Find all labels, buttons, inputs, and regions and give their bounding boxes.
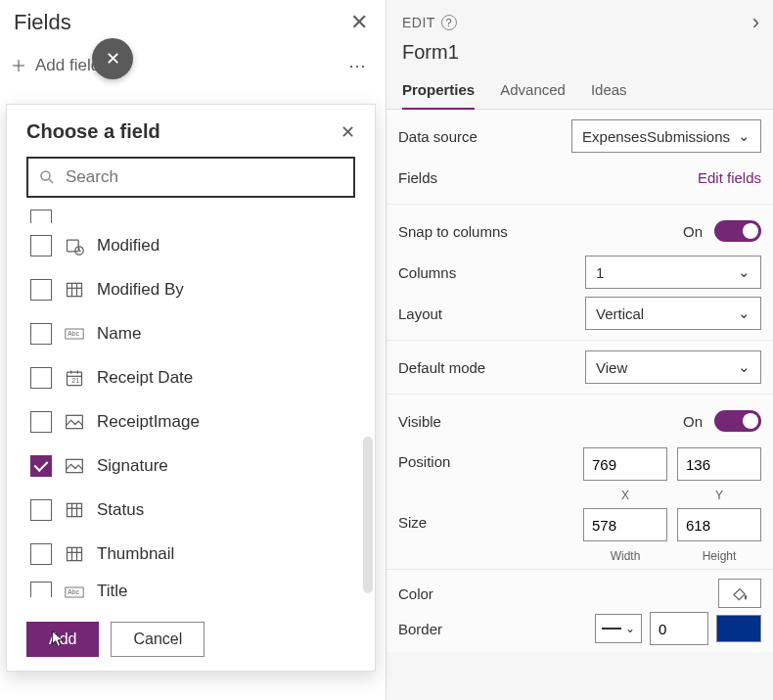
fields-label: Fields xyxy=(398,169,437,186)
field-checkbox[interactable] xyxy=(30,323,52,345)
field-label: Receipt Date xyxy=(97,368,193,388)
layout-label: Layout xyxy=(398,305,442,322)
default-mode-value: View xyxy=(596,359,627,376)
list-item[interactable]: Abc Name xyxy=(19,311,369,355)
search-icon xyxy=(38,168,56,186)
field-label: Title xyxy=(97,582,128,601)
chevron-down-icon: ⌄ xyxy=(738,127,750,145)
data-source-select[interactable]: ExpensesSubmissions ⌄ xyxy=(571,119,761,153)
list-item[interactable]: Modified xyxy=(19,223,369,267)
color-label: Color xyxy=(398,585,433,602)
list-item[interactable]: Abc Title xyxy=(19,576,369,605)
position-y-input[interactable] xyxy=(677,447,761,481)
y-sublabel: Y xyxy=(677,489,761,502)
list-item[interactable]: 21 Receipt Date xyxy=(19,355,369,399)
edit-label: EDIT ? xyxy=(402,15,457,30)
default-mode-label: Default mode xyxy=(398,359,485,376)
popup-close-icon[interactable]: ✕ xyxy=(341,121,355,143)
height-sublabel: Height xyxy=(677,549,761,563)
field-checkbox[interactable] xyxy=(30,543,52,565)
list-item[interactable]: Status xyxy=(19,488,369,532)
visible-label: Visible xyxy=(398,413,441,430)
position-label: Position xyxy=(398,447,450,470)
chevron-down-icon: ⌄ xyxy=(738,304,750,322)
svg-text:Abc: Abc xyxy=(68,330,79,337)
field-checkbox[interactable] xyxy=(30,210,52,223)
color-picker-button[interactable] xyxy=(718,579,761,608)
scrollbar-thumb[interactable] xyxy=(363,437,373,593)
svg-rect-25 xyxy=(68,547,82,560)
tab-properties[interactable]: Properties xyxy=(402,73,475,110)
chevron-down-icon: ⌄ xyxy=(625,622,635,635)
width-input[interactable] xyxy=(583,508,667,541)
more-options-icon[interactable]: ⋯ xyxy=(348,55,368,76)
position-x-input[interactable] xyxy=(583,447,667,481)
plus-icon xyxy=(10,57,27,74)
svg-rect-4 xyxy=(68,240,79,252)
list-item[interactable] xyxy=(19,210,369,223)
add-field-button[interactable]: Add field xyxy=(10,56,100,75)
border-style-select[interactable]: ⌄ xyxy=(595,614,642,643)
height-input[interactable] xyxy=(677,508,761,541)
cancel-button[interactable]: Cancel xyxy=(111,622,205,657)
chevron-down-icon: ⌄ xyxy=(738,263,750,281)
field-checkbox[interactable] xyxy=(30,411,52,433)
layout-select[interactable]: Vertical ⌄ xyxy=(585,297,761,330)
default-mode-select[interactable]: View ⌄ xyxy=(585,350,761,384)
edit-fields-link[interactable]: Edit fields xyxy=(698,169,761,186)
svg-rect-8 xyxy=(68,283,82,296)
search-input-wrapper[interactable] xyxy=(26,157,355,198)
list-item[interactable]: Modified By xyxy=(19,267,369,311)
collapse-pane-icon[interactable]: › xyxy=(752,10,759,35)
tab-advanced[interactable]: Advanced xyxy=(500,73,566,109)
lookup-icon xyxy=(64,499,85,521)
field-label: Name xyxy=(97,324,141,344)
snap-to-columns-toggle[interactable] xyxy=(714,220,761,242)
lookup-icon xyxy=(64,543,85,565)
list-item[interactable]: Thumbnail xyxy=(19,532,369,576)
field-checkbox[interactable] xyxy=(30,279,52,301)
visible-toggle[interactable] xyxy=(714,410,761,432)
close-fields-pane-icon[interactable]: ✕ xyxy=(350,10,368,35)
field-label: Signature xyxy=(97,456,168,476)
border-label: Border xyxy=(398,621,442,637)
data-source-label: Data source xyxy=(398,128,477,145)
chevron-down-icon: ⌄ xyxy=(738,358,750,376)
border-color-swatch[interactable] xyxy=(716,615,761,642)
svg-text:Abc: Abc xyxy=(68,589,79,596)
date-icon: 21 xyxy=(64,367,85,389)
help-icon[interactable]: ? xyxy=(441,15,457,30)
field-checkbox[interactable] xyxy=(30,235,52,257)
lookup-icon xyxy=(64,279,85,301)
image-icon xyxy=(64,455,85,477)
tab-ideas[interactable]: Ideas xyxy=(591,73,627,109)
field-label: Modified By xyxy=(97,280,184,300)
tooltip-close-button[interactable]: ✕ xyxy=(92,38,133,79)
border-line-icon xyxy=(602,628,621,630)
field-checkbox[interactable] xyxy=(30,455,52,477)
size-label: Size xyxy=(398,508,427,531)
columns-label: Columns xyxy=(398,264,456,281)
popup-title: Choose a field xyxy=(26,120,160,143)
field-list[interactable]: Modified Modified By Abc Name 21 xyxy=(19,210,369,606)
fields-pane-title: Fields xyxy=(14,10,71,35)
choose-field-popup: Choose a field ✕ xyxy=(6,104,376,672)
width-sublabel: Width xyxy=(583,549,667,563)
cursor-icon xyxy=(51,630,67,649)
list-item[interactable]: Signature xyxy=(19,443,369,488)
svg-line-3 xyxy=(49,179,53,183)
field-label: Thumbnail xyxy=(97,544,174,564)
field-checkbox[interactable] xyxy=(30,582,52,597)
border-width-input[interactable] xyxy=(650,612,708,645)
field-checkbox[interactable] xyxy=(30,499,52,521)
svg-point-2 xyxy=(41,171,50,180)
svg-rect-21 xyxy=(68,503,82,516)
list-item[interactable]: ReceiptImage xyxy=(19,399,369,443)
x-sublabel: X xyxy=(583,489,667,502)
search-input[interactable] xyxy=(66,167,343,187)
add-field-label: Add field xyxy=(35,56,100,75)
control-name: Form1 xyxy=(386,37,773,73)
text-icon: Abc xyxy=(64,582,85,603)
field-checkbox[interactable] xyxy=(30,367,52,389)
columns-select[interactable]: 1 ⌄ xyxy=(585,256,761,289)
